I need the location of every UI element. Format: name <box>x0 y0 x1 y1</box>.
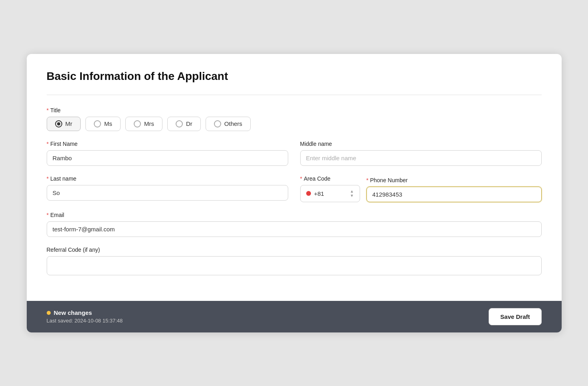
radio-label-ms: Ms <box>104 120 112 127</box>
radio-circle-mrs <box>134 120 141 127</box>
referral-code-label: Referral Code (if any) <box>47 247 542 253</box>
footer-bar: New changes Last saved: 2024-10-08 15:37… <box>27 301 562 332</box>
radio-circle-dr <box>176 120 183 127</box>
name-row: * First Name Middle name <box>47 141 542 175</box>
radio-option-others[interactable]: Others <box>206 117 251 131</box>
first-name-input[interactable] <box>47 150 288 166</box>
email-required-star: * <box>47 212 49 218</box>
phone-group: * Area Code +81 ▲ ▼ <box>300 175 542 202</box>
area-code-label: * Area Code <box>300 175 360 182</box>
radio-label-others: Others <box>224 120 242 127</box>
area-code-required-star: * <box>300 175 302 182</box>
title-required-star: * <box>47 107 49 113</box>
radio-label-mrs: Mrs <box>144 120 154 127</box>
divider <box>47 95 542 95</box>
form-content: Basic Information of the Applicant * Tit… <box>27 54 562 301</box>
first-name-group: * First Name <box>47 141 288 166</box>
referral-code-input[interactable] <box>47 256 542 275</box>
page-title: Basic Information of the Applicant <box>47 70 542 83</box>
first-name-required-star: * <box>47 141 49 147</box>
spinner-down: ▼ <box>350 194 354 198</box>
page-container: Basic Information of the Applicant * Tit… <box>27 54 562 332</box>
radio-label-dr: Dr <box>186 120 192 127</box>
last-name-phone-row: * Last name * Area Code +81 <box>47 175 542 212</box>
save-draft-button[interactable]: Save Draft <box>489 308 541 325</box>
phone-number-input[interactable] <box>366 187 542 202</box>
area-code-group: * Area Code +81 ▲ ▼ <box>300 175 360 202</box>
phone-section: * Area Code +81 ▲ ▼ <box>300 175 542 202</box>
spinner-up: ▲ <box>350 189 354 193</box>
referral-code-group: Referral Code (if any) <box>47 247 542 275</box>
area-code-flag-dot <box>306 191 311 196</box>
last-name-group: * Last name <box>47 175 288 202</box>
radio-option-dr[interactable]: Dr <box>167 117 201 131</box>
email-group: * Email <box>47 212 542 237</box>
last-name-label: * Last name <box>47 175 288 182</box>
middle-name-label: Middle name <box>300 141 542 147</box>
title-label: * Title <box>47 107 542 113</box>
radio-label-mr: Mr <box>65 120 73 127</box>
middle-name-group: Middle name <box>300 141 542 166</box>
phone-required-star: * <box>366 177 368 183</box>
title-field-group: * Title Mr Ms Mrs Dr <box>47 107 542 131</box>
area-code-select[interactable]: +81 ▲ ▼ <box>300 185 360 202</box>
area-code-value: +81 <box>314 190 347 197</box>
last-name-required-star: * <box>47 175 49 182</box>
radio-circle-ms <box>94 120 101 127</box>
phone-number-label: * Phone Number <box>366 177 542 183</box>
last-name-input[interactable] <box>47 185 288 201</box>
phone-number-group: * Phone Number <box>366 177 542 202</box>
new-changes-label: New changes <box>54 309 92 316</box>
first-name-label: * First Name <box>47 141 288 147</box>
radio-option-mrs[interactable]: Mrs <box>125 117 162 131</box>
title-options: Mr Ms Mrs Dr Others <box>47 117 542 131</box>
last-saved-text: Last saved: 2024-10-08 15:37:48 <box>47 318 123 324</box>
radio-circle-others <box>214 120 221 127</box>
area-code-spinner[interactable]: ▲ ▼ <box>350 189 354 198</box>
radio-circle-mr <box>55 120 62 127</box>
radio-option-ms[interactable]: Ms <box>85 117 121 131</box>
footer-left: New changes Last saved: 2024-10-08 15:37… <box>47 309 123 324</box>
middle-name-input[interactable] <box>300 150 542 166</box>
radio-option-mr[interactable]: Mr <box>47 117 81 131</box>
new-changes-dot <box>47 311 51 315</box>
email-input[interactable] <box>47 221 542 237</box>
email-label: * Email <box>47 212 542 218</box>
new-changes-badge: New changes <box>47 309 123 316</box>
